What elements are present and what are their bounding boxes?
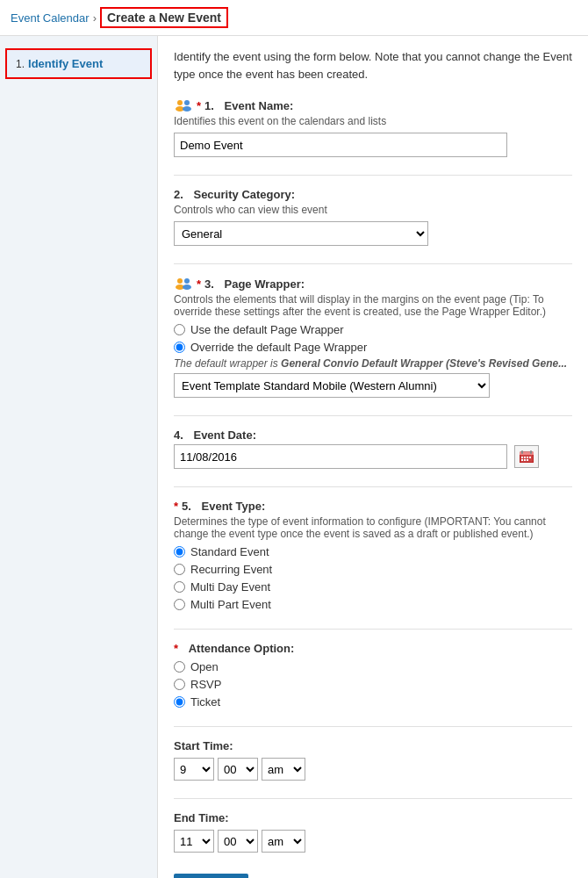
divider-6 bbox=[174, 726, 572, 727]
event-type-recurring[interactable]: Recurring Event bbox=[174, 563, 572, 576]
event-type-standard[interactable]: Standard Event bbox=[174, 545, 572, 558]
security-number: 2. bbox=[174, 188, 183, 201]
attendance-rsvp[interactable]: RSVP bbox=[174, 678, 572, 691]
svg-rect-13 bbox=[524, 457, 526, 458]
svg-point-2 bbox=[184, 100, 190, 105]
svg-rect-18 bbox=[527, 459, 528, 461]
event-type-section: * 5. Event Type: Determines the type of … bbox=[174, 500, 572, 611]
start-time-hour-select[interactable]: 9 10 11 12 bbox=[174, 758, 214, 781]
sidebar-item-number: 1. bbox=[16, 58, 25, 70]
event-type-label: * 5. Event Type: bbox=[174, 500, 572, 513]
event-type-recurring-input[interactable] bbox=[174, 564, 185, 575]
page-wrapper-radio-default-label: Use the default Page Wrapper bbox=[190, 323, 344, 336]
page-wrapper-section: * 3. Page Wrapper: Controls the elements… bbox=[174, 277, 572, 398]
finish-row: Finish or Cancel bbox=[174, 874, 572, 878]
finish-button[interactable]: Finish bbox=[174, 874, 248, 878]
start-time-min-select[interactable]: 00 15 30 45 bbox=[218, 758, 258, 781]
event-type-title: Event Type: bbox=[202, 500, 266, 513]
date-field-row bbox=[174, 444, 572, 469]
event-date-number: 4. bbox=[174, 428, 183, 442]
page-wrapper-label: * 3. Page Wrapper: bbox=[174, 277, 572, 291]
required-star-3: * bbox=[197, 277, 201, 291]
attendance-title: Attendance Option: bbox=[189, 642, 295, 655]
divider-2 bbox=[174, 263, 572, 264]
start-time-label: Start Time: bbox=[174, 739, 572, 752]
event-type-recurring-label: Recurring Event bbox=[190, 563, 272, 576]
event-type-multipart[interactable]: Multi Part Event bbox=[174, 598, 572, 611]
svg-rect-10 bbox=[521, 450, 523, 454]
attendance-open-label: Open bbox=[190, 660, 219, 673]
page-wrapper-radio-override-label: Override the default Page Wrapper bbox=[190, 341, 367, 354]
attendance-radio-group: Open RSVP Ticket bbox=[174, 660, 572, 709]
required-star-5: * bbox=[174, 500, 178, 513]
event-date-title: Event Date: bbox=[193, 428, 256, 442]
event-type-multiday-label: Multi Day Event bbox=[190, 580, 270, 594]
page-wrapper-radio-default[interactable]: Use the default Page Wrapper bbox=[174, 323, 572, 336]
breadcrumb-separator: › bbox=[93, 11, 97, 25]
divider-1 bbox=[174, 175, 572, 176]
divider-4 bbox=[174, 486, 572, 487]
security-category-section: 2. Security Category: Controls who can v… bbox=[174, 188, 572, 246]
end-time-label: End Time: bbox=[174, 811, 572, 824]
page-wrapper-title: Page Wrapper: bbox=[225, 277, 305, 291]
security-category-select[interactable]: General bbox=[174, 221, 428, 246]
attendance-ticket[interactable]: Ticket bbox=[174, 695, 572, 709]
event-type-multiday-input[interactable] bbox=[174, 581, 185, 593]
divider-5 bbox=[174, 629, 572, 630]
page-wrapper-italic-note: The default wrapper is General Convio De… bbox=[174, 357, 572, 370]
attendance-rsvp-input[interactable] bbox=[174, 679, 185, 690]
svg-rect-15 bbox=[529, 457, 531, 458]
start-time-ampm-select[interactable]: am pm bbox=[262, 758, 305, 781]
end-time-section: End Time: 11 12 1 00 15 30 45 am pm bbox=[174, 811, 572, 853]
event-name-section: * 1. Event Name: Identifies this event o… bbox=[174, 98, 572, 157]
sidebar-item-identify-event[interactable]: 1. Identify Event bbox=[5, 48, 152, 79]
page-wrapper-radio-group: Use the default Page Wrapper Override th… bbox=[174, 323, 572, 354]
svg-point-0 bbox=[177, 100, 183, 105]
attendance-open[interactable]: Open bbox=[174, 660, 572, 673]
calendar-icon-button[interactable] bbox=[514, 445, 539, 468]
page-wrapper-radio-override-input[interactable] bbox=[174, 342, 185, 353]
event-name-label: * 1. Event Name: bbox=[174, 98, 572, 112]
required-star-1: * bbox=[197, 99, 201, 112]
end-time-min-select[interactable]: 00 15 30 45 bbox=[218, 830, 258, 853]
attendance-open-input[interactable] bbox=[174, 661, 185, 673]
end-time-hour-select[interactable]: 11 12 1 bbox=[174, 830, 214, 853]
svg-point-7 bbox=[183, 284, 191, 290]
divider-7 bbox=[174, 798, 572, 799]
svg-rect-12 bbox=[521, 457, 523, 458]
sidebar: 1. Identify Event bbox=[0, 36, 158, 878]
main-layout: 1. Identify Event Identify the event usi… bbox=[0, 36, 588, 878]
event-name-title: Event Name: bbox=[225, 99, 294, 112]
event-type-multipart-label: Multi Part Event bbox=[190, 598, 271, 611]
event-date-input[interactable] bbox=[174, 444, 507, 469]
security-sublabel: Controls who can view this event bbox=[174, 204, 572, 216]
people-icon-2 bbox=[174, 277, 193, 291]
event-name-input[interactable] bbox=[174, 133, 507, 157]
event-type-standard-label: Standard Event bbox=[190, 545, 269, 558]
attendance-ticket-input[interactable] bbox=[174, 696, 185, 708]
attendance-option-section: * Attendance Option: Open RSVP Ticket bbox=[174, 642, 572, 709]
event-type-multiday[interactable]: Multi Day Event bbox=[174, 580, 572, 594]
svg-rect-17 bbox=[524, 459, 526, 461]
page-wrapper-select[interactable]: Event Template Standard Mobile (Western … bbox=[174, 373, 490, 398]
attendance-rsvp-label: RSVP bbox=[190, 678, 221, 691]
end-time-ampm-select[interactable]: am pm bbox=[262, 830, 305, 853]
attendance-label: * Attendance Option: bbox=[174, 642, 572, 655]
svg-rect-16 bbox=[521, 459, 523, 461]
breadcrumb-bar: Event Calendar › Create a New Event bbox=[0, 0, 588, 36]
start-time-title: Start Time: bbox=[174, 739, 233, 752]
attendance-ticket-label: Ticket bbox=[190, 695, 220, 709]
event-type-number: 5. bbox=[182, 500, 191, 513]
svg-point-6 bbox=[184, 278, 190, 284]
event-type-standard-input[interactable] bbox=[174, 546, 185, 558]
calendar-icon bbox=[520, 450, 534, 463]
breadcrumb-current: Create a New Event bbox=[100, 7, 228, 28]
page-wrapper-radio-default-input[interactable] bbox=[174, 324, 185, 335]
divider-3 bbox=[174, 415, 572, 416]
event-type-radio-group: Standard Event Recurring Event Multi Day… bbox=[174, 545, 572, 611]
svg-point-3 bbox=[183, 106, 191, 112]
required-star-att: * bbox=[174, 642, 178, 655]
breadcrumb-link[interactable]: Event Calendar bbox=[11, 11, 90, 25]
event-type-multipart-input[interactable] bbox=[174, 599, 185, 610]
page-wrapper-radio-override[interactable]: Override the default Page Wrapper bbox=[174, 341, 572, 354]
